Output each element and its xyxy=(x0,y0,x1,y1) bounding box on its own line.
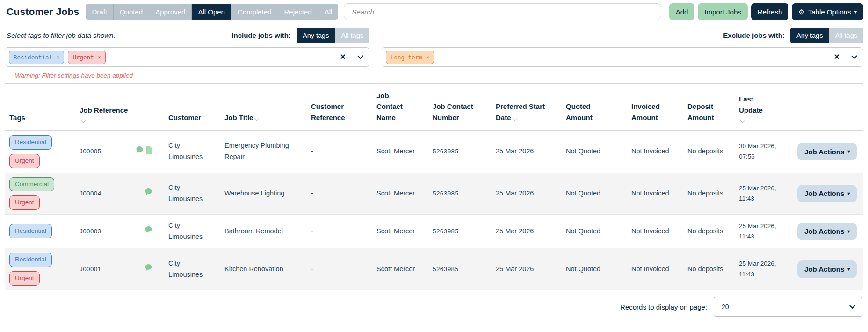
selected-tag-urgent[interactable]: Urgent✕ xyxy=(68,51,106,64)
chevron-down-icon: ▾ xyxy=(847,191,850,196)
exclude-tags-toggle: Any tags All tags xyxy=(790,28,863,43)
chat-bubble-icon[interactable] xyxy=(145,226,152,237)
sort-chevron-down-icon[interactable] xyxy=(512,115,517,121)
job-reference-value: J00004 xyxy=(80,188,101,199)
preferred-start-date-cell: 25 Mar 2026 xyxy=(491,264,561,275)
chevron-down-icon: ▾ xyxy=(847,229,850,234)
table-options-button[interactable]: ⚙ Table Options ▾ xyxy=(792,3,863,20)
include-all-tags-option[interactable]: All tags xyxy=(335,28,369,43)
tab-approved[interactable]: Approved xyxy=(149,4,192,20)
refresh-button[interactable]: Refresh xyxy=(751,3,789,20)
chevron-down-icon xyxy=(849,303,855,309)
clear-include-tags-icon[interactable]: ✕ xyxy=(340,53,346,61)
table-row-j00001: ResidentialUrgentJ00001City LimousinesKi… xyxy=(5,248,863,290)
job-reference-icons xyxy=(136,146,152,157)
jobs-table: TagsJob ReferenceCustomerJob TitleCustom… xyxy=(5,83,863,290)
job-actions-button[interactable]: Job Actions▾ xyxy=(797,223,857,240)
remove-tag-icon[interactable]: ✕ xyxy=(98,54,101,60)
column-header-last-update[interactable]: Last Update xyxy=(734,94,793,123)
job-title-cell: Bathroom Remodel xyxy=(220,226,306,237)
sort-chevron-down-icon[interactable] xyxy=(80,117,86,123)
chevron-down-icon[interactable] xyxy=(851,53,857,59)
tag-label: Urgent xyxy=(72,54,94,61)
job-title-cell: Kitchen Renovation xyxy=(220,264,306,275)
document-icon[interactable] xyxy=(146,146,152,157)
job-contact-name-cell: Scott Mercer xyxy=(372,146,428,157)
add-button[interactable]: Add xyxy=(669,3,695,20)
job-actions-button[interactable]: Job Actions▾ xyxy=(797,143,857,160)
job-reference-cell: J00003 xyxy=(75,226,164,237)
sort-chevron-down-icon[interactable] xyxy=(740,117,745,123)
tab-rejected[interactable]: Rejected xyxy=(278,4,318,20)
table-row-j00003: ResidentialJ00003City LimousinesBathroom… xyxy=(5,215,863,248)
chat-bubble-icon[interactable] xyxy=(145,264,152,275)
clear-exclude-tags-icon[interactable]: ✕ xyxy=(834,53,840,61)
table-options-label: Table Options xyxy=(808,8,851,16)
include-tags-select[interactable]: Residential✕Urgent✕ ✕ xyxy=(5,47,369,67)
gear-icon: ⚙ xyxy=(798,8,804,15)
job-reference-icons xyxy=(145,226,152,237)
records-per-page-label: Records to display on page: xyxy=(620,303,707,311)
deposit-amount-cell: No deposits xyxy=(683,264,734,275)
remove-tag-icon[interactable]: ✕ xyxy=(57,54,60,60)
job-actions-button[interactable]: Job Actions▾ xyxy=(797,185,857,202)
column-label: Last Update xyxy=(739,95,763,114)
customer-cell: City Limousines xyxy=(164,140,220,163)
column-header-customer-reference: Customer Reference xyxy=(306,101,372,123)
tag-filter-row: Select tags to filter job data shown. In… xyxy=(5,28,863,43)
chat-bubble-icon[interactable] xyxy=(145,188,152,199)
sort-chevron-down-icon[interactable] xyxy=(254,115,260,121)
job-tag-urgent: Urgent xyxy=(9,195,40,210)
column-header-preferred-start-date[interactable]: Preferred Start Date xyxy=(491,101,561,123)
top-bar: Customer Jobs DraftQuotedApprovedAll Ope… xyxy=(5,3,863,21)
job-actions-button[interactable]: Job Actions▾ xyxy=(797,260,857,278)
deposit-amount-cell: No deposits xyxy=(683,188,734,199)
quoted-amount-cell: Not Quoted xyxy=(561,188,627,199)
row-actions-cell: Job Actions▾ xyxy=(793,143,863,160)
tab-draft[interactable]: Draft xyxy=(86,4,114,20)
column-label: Deposit Amount xyxy=(687,102,714,121)
tab-all[interactable]: All xyxy=(318,4,339,20)
job-contact-number-cell: 5263985 xyxy=(428,264,491,274)
search-input[interactable] xyxy=(344,3,661,20)
tab-quoted[interactable]: Quoted xyxy=(114,4,149,20)
selected-tag-residential[interactable]: Residential✕ xyxy=(9,51,64,64)
row-tags-cell: Residential xyxy=(5,224,75,238)
column-header-job-reference[interactable]: Job Reference xyxy=(75,105,164,123)
row-tags-cell: ResidentialUrgent xyxy=(5,253,75,286)
row-actions-cell: Job Actions▾ xyxy=(793,223,863,240)
chevron-down-icon[interactable] xyxy=(357,53,363,59)
job-reference-value: J00003 xyxy=(80,226,101,237)
include-any-tags-option[interactable]: Any tags xyxy=(297,28,335,43)
table-row-j00004: CommercialUrgentJ00004City LimousinesWar… xyxy=(5,173,863,215)
invoiced-amount-cell: Not Invoiced xyxy=(627,264,683,275)
import-jobs-button[interactable]: Import Jobs xyxy=(698,3,747,20)
column-header-job-title[interactable]: Job Title xyxy=(220,112,306,123)
chevron-down-icon: ▾ xyxy=(854,9,857,14)
row-tags-cell: ResidentialUrgent xyxy=(5,135,75,168)
job-tag-residential: Residential xyxy=(9,135,52,150)
job-reference-cell: J00001 xyxy=(75,264,164,275)
column-label: Tags xyxy=(9,114,25,122)
job-reference-value: J00001 xyxy=(80,264,101,274)
records-per-page-value: 20 xyxy=(722,303,850,310)
job-tag-urgent: Urgent xyxy=(9,154,40,168)
last-update-cell: 25 Mar 2026, 11:43 xyxy=(734,221,793,242)
last-update-cell: 25 Mar 2026, 11:43 xyxy=(734,259,793,280)
job-reference-cell: J00005 xyxy=(75,146,164,157)
remove-tag-icon[interactable]: ✕ xyxy=(427,54,430,60)
records-per-page-select[interactable]: 20 xyxy=(714,297,862,317)
include-jobs-label: Include jobs with: xyxy=(231,31,291,39)
column-label: Preferred Start Date xyxy=(496,102,545,121)
exclude-any-tags-option[interactable]: Any tags xyxy=(790,28,829,43)
preferred-start-date-cell: 25 Mar 2026 xyxy=(491,146,561,157)
selected-tag-long-term[interactable]: Long term✕ xyxy=(386,51,434,64)
column-label: Customer xyxy=(168,114,201,122)
exclude-tags-select[interactable]: Long term✕ ✕ xyxy=(382,47,863,67)
include-selected-tags: Residential✕Urgent✕ xyxy=(9,51,106,64)
tab-completed[interactable]: Completed xyxy=(231,4,278,20)
job-actions-label: Job Actions xyxy=(804,148,844,156)
chat-bubble-icon[interactable] xyxy=(136,146,144,157)
tab-all-open[interactable]: All Open xyxy=(192,4,231,20)
exclude-all-tags-option[interactable]: All tags xyxy=(829,28,863,43)
